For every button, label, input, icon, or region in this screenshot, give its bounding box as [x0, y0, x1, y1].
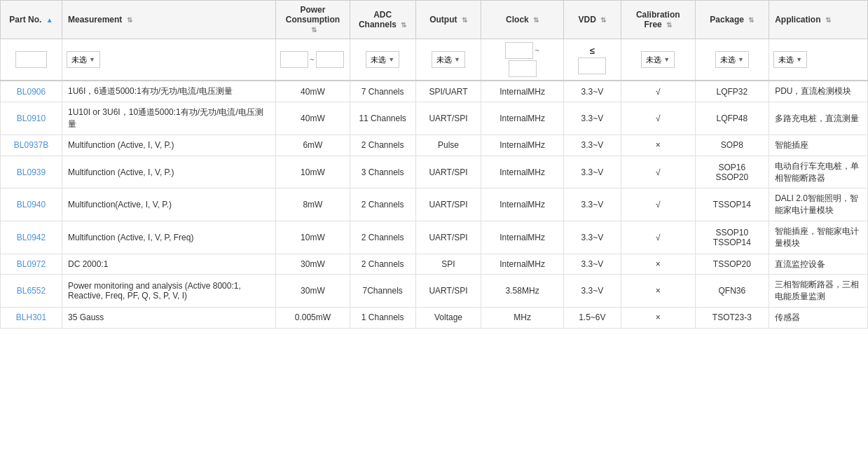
cell-output-6: SPI — [415, 254, 481, 275]
cell-package-6: TSSOP20 — [695, 254, 769, 275]
cell-output-2: Pulse — [415, 135, 481, 156]
filter-app-cell: 未选 ▼ — [769, 39, 868, 81]
filter-clock-max[interactable] — [509, 60, 537, 77]
part-link-7[interactable]: BL6552 — [17, 286, 46, 296]
cell-power-2: 6mW — [276, 135, 350, 156]
cell-part-3: BL0939 — [1, 156, 62, 188]
cell-package-8: TSOT23-3 — [695, 307, 769, 328]
filter-measurement-dropdown[interactable]: 未选 ▼ — [67, 51, 100, 68]
cell-adc-8: 1 Channels — [350, 307, 415, 328]
filter-package-dropdown[interactable]: 未选 ▼ — [715, 51, 749, 68]
table-body: BL09061U6I，6通道5000:1有功/无功/电流/电压测量40mW7 C… — [1, 81, 868, 328]
filter-clock-min[interactable] — [505, 42, 533, 59]
filter-part-input[interactable] — [15, 51, 47, 68]
filter-power-max[interactable] — [316, 51, 344, 68]
filter-output-dropdown[interactable]: 未选 ▼ — [432, 51, 465, 68]
cell-app-2: 智能插座 — [769, 135, 868, 156]
col-label-cal: Calibration Free — [636, 10, 680, 29]
cell-part-0: BL0906 — [1, 81, 62, 102]
cell-vdd-8: 1.5~6V — [563, 307, 621, 328]
col-label-part: Part No. — [9, 15, 41, 25]
cell-part-1: BL0910 — [1, 102, 62, 135]
dropdown-arrow-measurement: ▼ — [89, 56, 95, 63]
cell-package-0: LQFP32 — [695, 81, 769, 102]
cell-package-4: TSSOP14 — [695, 188, 769, 221]
filter-adc-cell: 未选 ▼ — [350, 39, 415, 81]
part-link-3[interactable]: BL0939 — [17, 167, 46, 177]
cell-measurement-4: Multifunction(Active, I, V, P.) — [62, 188, 276, 221]
col-header-clock[interactable]: Clock ⇅ — [481, 1, 563, 39]
filter-vdd-input[interactable] — [578, 57, 606, 74]
filter-adc-dropdown[interactable]: 未选 ▼ — [366, 51, 399, 68]
cell-part-8: BLH301 — [1, 307, 62, 328]
filter-app-dropdown[interactable]: 未选 ▼ — [773, 51, 807, 68]
cell-part-5: BL0942 — [1, 221, 62, 254]
col-label-clock: Clock — [506, 15, 529, 25]
sort-asc-icon: ▲ — [46, 16, 53, 24]
part-link-0[interactable]: BL0906 — [17, 87, 46, 97]
part-link-5[interactable]: BL0942 — [17, 233, 46, 242]
col-header-package[interactable]: Package ⇅ — [695, 1, 769, 39]
cell-cal-2: × — [621, 135, 695, 156]
part-link-6[interactable]: BL0972 — [17, 259, 46, 269]
filter-clock-range: ~ — [505, 42, 539, 59]
table-row: BL6552Power monitoring and analysis (Act… — [1, 275, 868, 308]
cell-adc-0: 7 Channels — [350, 81, 415, 102]
table-row: BL0940Multifunction(Active, I, V, P.)8mW… — [1, 188, 868, 221]
filter-cal-label: 未选 — [646, 55, 661, 65]
cell-cal-6: × — [621, 254, 695, 275]
cell-adc-1: 11 Channels — [350, 102, 415, 135]
part-link-4[interactable]: BL0940 — [17, 200, 46, 209]
cell-power-8: 0.005mW — [276, 307, 350, 328]
cell-output-7: UART/SPI — [415, 275, 481, 308]
filter-measurement-label: 未选 — [71, 55, 87, 65]
cell-measurement-3: Multifunction (Active, I, V, P.) — [62, 156, 276, 188]
cell-measurement-6: DC 2000:1 — [62, 254, 276, 275]
part-link-8[interactable]: BLH301 — [16, 312, 46, 322]
part-link-2[interactable]: BL0937B — [14, 140, 48, 150]
filter-adc-label: 未选 — [371, 55, 386, 65]
cell-adc-3: 3 Channels — [350, 156, 415, 188]
cell-app-6: 直流监控设备 — [769, 254, 868, 275]
col-header-adc[interactable]: ADC Channels ⇅ — [350, 1, 415, 39]
table-row: BL0937BMultifunction (Active, I, V, P.)6… — [1, 135, 868, 156]
cell-vdd-6: 3.3~V — [563, 254, 621, 275]
col-label-power: Power Consumption — [286, 5, 340, 25]
cell-output-0: SPI/UART — [415, 81, 481, 102]
part-link-1[interactable]: BL0910 — [17, 113, 46, 123]
filter-row: 未选 ▼ ~ 未选 ▼ — [1, 39, 868, 81]
filter-output-label: 未选 — [436, 55, 452, 65]
filter-cal-dropdown[interactable]: 未选 ▼ — [641, 51, 675, 68]
cell-clock-8: MHz — [481, 307, 563, 328]
cell-vdd-0: 3.3~V — [563, 81, 621, 102]
product-table: Part No. ▲ Measurement ⇅ Power Consumpti… — [0, 0, 868, 329]
cell-package-1: LQFP48 — [695, 102, 769, 135]
filter-part-cell — [1, 39, 62, 81]
cell-measurement-2: Multifunction (Active, I, V, P.) — [62, 135, 276, 156]
col-header-vdd[interactable]: VDD ⇅ — [563, 1, 621, 39]
cell-vdd-5: 3.3~V — [563, 221, 621, 254]
filter-power-min[interactable] — [280, 51, 308, 68]
filter-app-label: 未选 — [778, 55, 794, 65]
cell-adc-5: 2 Channels — [350, 221, 415, 254]
col-header-power[interactable]: Power Consumption ⇅ — [276, 1, 350, 39]
cell-clock-4: InternalMHz — [481, 188, 563, 221]
dropdown-arrow-package: ▼ — [738, 56, 744, 63]
col-header-part[interactable]: Part No. ▲ — [1, 1, 62, 39]
col-header-cal[interactable]: Calibration Free ⇅ — [621, 1, 695, 39]
filter-power-cell: ~ — [276, 39, 350, 81]
cell-vdd-1: 3.3~V — [563, 102, 621, 135]
table-row: BL0942Multifunction (Active, I, V, P, Fr… — [1, 221, 868, 254]
sort-icon-output: ⇅ — [462, 16, 467, 24]
col-header-measurement[interactable]: Measurement ⇅ — [62, 1, 276, 39]
sort-icon-clock: ⇅ — [533, 16, 539, 24]
cell-package-2: SOP8 — [695, 135, 769, 156]
col-header-output[interactable]: Output ⇅ — [415, 1, 481, 39]
dropdown-arrow-app: ▼ — [796, 56, 802, 63]
filter-package-label: 未选 — [720, 55, 736, 65]
col-header-app[interactable]: Application ⇅ — [769, 1, 868, 39]
cell-adc-6: 2 Channels — [350, 254, 415, 275]
sort-icon-cal: ⇅ — [666, 21, 672, 29]
col-label-vdd: VDD — [579, 15, 596, 25]
cell-power-5: 10mW — [276, 221, 350, 254]
